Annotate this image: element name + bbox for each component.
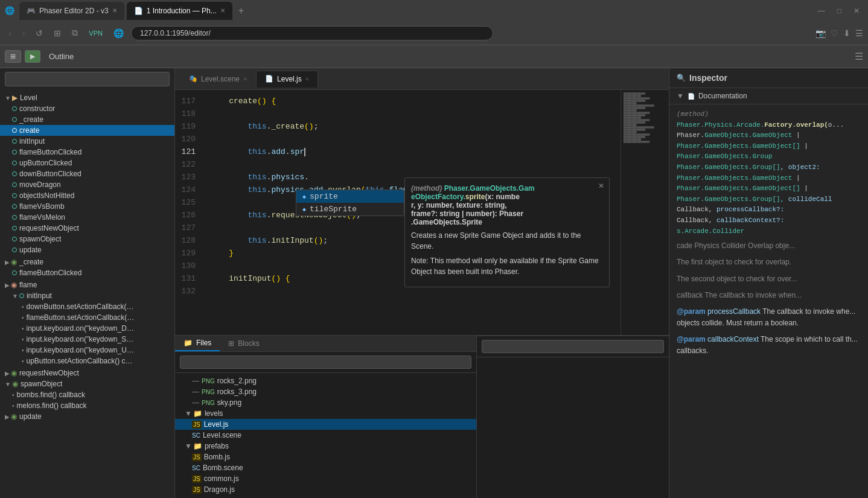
file-item-commonjs[interactable]: JS common.js [175, 473, 476, 484]
ln-127: 127 [180, 222, 196, 234]
hover-doc-description: Creates a new Sprite Game Object and add… [411, 230, 603, 252]
tree-item-create-class[interactable]: ▶ ◉ _create [0, 257, 174, 267]
tree-item-fbc2[interactable]: flameButtonClicked [0, 267, 174, 278]
tree-item-upButtonSet[interactable]: • upButton.setActionCallback() callback [0, 356, 174, 366]
ci-icon-fvm [12, 215, 17, 220]
tree-item-moveDragon[interactable]: moveDragon [0, 179, 174, 190]
ac-item-sprite[interactable]: ◆ sprite [296, 190, 404, 203]
new-tab-button[interactable]: + [235, 5, 247, 16]
grid-button[interactable]: ⊞ [5, 50, 21, 63]
expand-arrow-level: ▼ [5, 95, 11, 101]
file-item-rocks2[interactable]: — PNG rocks_2.png [175, 375, 476, 386]
tree-item-downButtonClicked[interactable]: downButtonClicked [0, 168, 174, 179]
doc-type-go: Phaser. [677, 132, 704, 139]
nav-split-button[interactable]: ⧉ [68, 25, 81, 40]
tree-item-inputKeySpace[interactable]: • input.keyboard.on("keydown_SPACE"... [0, 334, 174, 345]
nav-reload-button[interactable]: ↺ [32, 26, 46, 40]
file-label-prefabs: prefabs [205, 442, 229, 450]
scene-icon-levelscene: SC [192, 432, 200, 439]
tree-item-initInput2[interactable]: ▼ initInput [0, 290, 174, 301]
tree-item-flameVsMelon[interactable]: flameVsMelon [0, 212, 174, 223]
code-line-122 [205, 158, 669, 171]
file-item-sky[interactable]: — PNG sky.png [175, 397, 476, 408]
tree-item-downButtonSet[interactable]: • downButton.setActionCallback() callb..… [0, 301, 174, 312]
address-bar[interactable]: 127.0.0.1:1959/editor/ [131, 26, 493, 40]
browser-tab-intro[interactable]: 📄 1 Introduction — Ph... ✕ [127, 2, 232, 20]
tab-level-scene[interactable]: 🎭 Level.scene ○ [180, 71, 256, 88]
file-item-prefabs-folder[interactable]: ▼ 📁 prefabs [175, 441, 476, 452]
bookmark-icon[interactable]: ♡ [831, 28, 838, 38]
download-icon[interactable]: ⬇ [843, 28, 850, 38]
ln-119: 119 [180, 120, 196, 133]
nav-forward-button[interactable]: › [19, 26, 29, 40]
outline-search-input[interactable] [5, 72, 170, 86]
file-label-dragonjs: Dragon.js [204, 485, 235, 494]
tree-item-flameVsBomb[interactable]: flameVsBomb [0, 201, 174, 212]
expand-arrow-create-class: ▶ [5, 259, 10, 266]
tree-item-initInput[interactable]: initInput [0, 136, 174, 147]
tree-item-create-under[interactable]: _create [0, 114, 174, 125]
tree-item-objectIsNotHitted[interactable]: objectIsNotHitted [0, 190, 174, 201]
file-item-rocks3[interactable]: — PNG rocks_3.png [175, 386, 476, 397]
outline-tree: ▼ ▶ Level constructor _create create ini… [0, 90, 174, 498]
tree-item-spawnObject[interactable]: spawnObject [0, 234, 174, 244]
browser-navbar: ‹ › ↺ ⊞ ⧉ VPN 🌐 127.0.0.1:1959/editor/ 📷… [0, 21, 868, 45]
window-minimize-button[interactable]: — [814, 5, 829, 16]
inspector-section-header-doc[interactable]: ▼ 📄 Documentation [669, 88, 868, 104]
tree-item-upButtonClicked[interactable]: upButtonClicked [0, 158, 174, 168]
tree-item-flame[interactable]: ▶ ◉ flame [0, 279, 174, 290]
nav-back-button[interactable]: ‹ [5, 26, 15, 40]
tree-item-rno-class[interactable]: ▶ ◉ requestNewObject [0, 368, 174, 378]
tab-blocks[interactable]: ⊞ Blocks [220, 336, 267, 351]
nav-home-button[interactable]: ⊞ [50, 26, 65, 40]
collapse-icon-doc: ▼ [677, 92, 684, 100]
dot-icon-fbs: • [22, 314, 24, 321]
close-icon-tab2[interactable]: ✕ [220, 7, 225, 14]
tree-item-flameButtonSet[interactable]: • flameButton.setActionCallback() callb.… [0, 312, 174, 323]
window-close-button[interactable]: ✕ [850, 5, 863, 16]
code-editor[interactable]: 117 118 119 120 121 122 123 124 125 126 … [175, 90, 669, 335]
tree-item-melonsFind[interactable]: • melons.find() callback [0, 400, 174, 411]
file-item-bombscene[interactable]: SC Bomb.scene [175, 462, 476, 473]
toolbar-right: ☰ [855, 51, 863, 62]
window-maximize-button[interactable]: □ [834, 5, 845, 16]
tree-item-requestNewObject[interactable]: requestNewObject [0, 223, 174, 234]
close-icon-tab1[interactable]: ✕ [112, 7, 117, 14]
tab-level-js[interactable]: 📄 Level.js ○ [256, 71, 318, 88]
hamburger-icon[interactable]: ☰ [855, 51, 863, 62]
tree-item-level[interactable]: ▼ ▶ Level [0, 92, 174, 103]
camera-icon[interactable]: 📷 [815, 28, 826, 38]
file-item-leveljs[interactable]: JS Level.js [175, 419, 476, 430]
ln-124: 124 [180, 184, 196, 196]
file-item-levels-folder[interactable]: ▼ 📁 levels [175, 408, 476, 419]
tree-label-create-class: _create [19, 258, 43, 266]
ci-icon-initInput [12, 139, 17, 144]
hover-doc-close-button[interactable]: ✕ [598, 182, 604, 190]
ac-item-tileSprite[interactable]: ◆ tileSprite [296, 203, 404, 215]
scene-icon-bombscene: SC [192, 465, 200, 471]
file-item-bombjs[interactable]: JS Bomb.js [175, 452, 476, 462]
folder-icon-prefabs: 📁 [193, 442, 202, 450]
tree-item-so-class[interactable]: ▼ ◉ spawnObject [0, 378, 174, 389]
bottom-panel: 📁 Files ⊞ Blocks — PNG rocks_2.png [175, 335, 669, 498]
tree-item-update[interactable]: update [0, 244, 174, 255]
method-label: (method) [411, 184, 444, 193]
tree-item-inputKeyUp[interactable]: • input.keyboard.on("keydown_UP") cal... [0, 345, 174, 356]
files-search-input[interactable] [180, 356, 471, 369]
browser-tab-phaser[interactable]: 🎮 Phaser Editor 2D - v3 ✕ [19, 2, 124, 20]
tree-item-create[interactable]: create [0, 125, 174, 136]
tree-item-update-class[interactable]: ▶ ◉ update [0, 411, 174, 422]
tree-item-inputKeyDown[interactable]: • input.keyboard.on("keydown_DOWN"... [0, 323, 174, 334]
tab-files[interactable]: 📁 Files [175, 336, 220, 351]
file-item-dragonjs[interactable]: JS Dragon.js [175, 484, 476, 495]
file-item-levelscene[interactable]: SC Level.scene [175, 430, 476, 441]
tree-item-constructor[interactable]: constructor [0, 103, 174, 114]
editor-tabs: 🎭 Level.scene ○ 📄 Level.js ○ [175, 68, 669, 90]
autocomplete-popup[interactable]: ◆ sprite ◆ tileSprite [296, 190, 404, 216]
tree-item-flameButtonClicked[interactable]: flameButtonClicked [0, 147, 174, 158]
tree-item-bombsFind[interactable]: • bombs.find() callback [0, 389, 174, 400]
hover-doc-popup: ✕ (method) Phaser.GameObjects.GameObject… [404, 177, 610, 287]
menu-icon[interactable]: ☰ [855, 28, 863, 38]
play-button[interactable]: ▶ [25, 50, 40, 63]
blocks-search-input[interactable] [482, 340, 664, 353]
